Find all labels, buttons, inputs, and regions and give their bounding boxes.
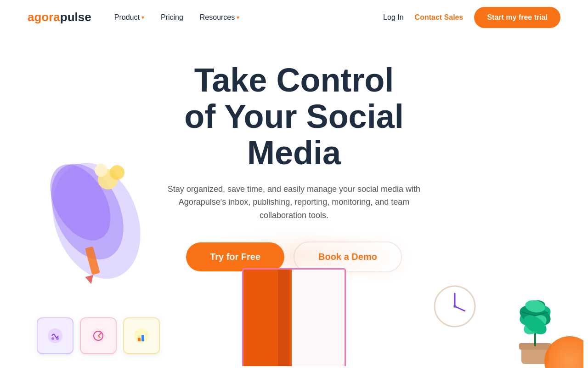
umbrella-decoration	[37, 138, 156, 287]
svg-point-5	[95, 164, 107, 177]
door-frame	[207, 265, 381, 368]
contact-sales-link[interactable]: Contact Sales	[415, 13, 464, 22]
svg-rect-16	[138, 338, 141, 341]
nav-pricing[interactable]: Pricing	[161, 13, 183, 22]
product-chevron-icon: ▾	[141, 14, 144, 21]
nav-resources[interactable]: Resources ▾	[200, 13, 239, 22]
orange-circle-deco	[533, 325, 583, 368]
mini-card-3	[123, 317, 160, 354]
mini-card-2	[80, 317, 117, 354]
svg-point-10	[56, 337, 59, 340]
logo-pulse: pulse	[60, 10, 91, 24]
svg-point-9	[51, 337, 54, 340]
svg-point-38	[544, 336, 583, 368]
clock	[432, 283, 478, 331]
start-trial-button[interactable]: Start my free trial	[474, 7, 560, 28]
navbar: agorapulse Product ▾ Pricing Resources ▾…	[0, 0, 588, 34]
hero-subtitle: Stay organized, save time, and easily ma…	[165, 183, 423, 222]
resources-chevron-icon: ▾	[237, 14, 239, 21]
logo[interactable]: agorapulse	[28, 10, 91, 24]
nav-right: Log In Contact Sales Start my free trial	[383, 7, 560, 28]
nav-links: Product ▾ Pricing Resources ▾	[114, 13, 383, 22]
hero-title: Take Control of Your Social Media	[133, 62, 455, 172]
mini-cards-row	[37, 317, 160, 354]
svg-rect-17	[141, 335, 144, 341]
svg-point-4	[110, 165, 124, 180]
svg-rect-21	[278, 270, 289, 366]
logo-agora: agora	[28, 10, 60, 24]
mini-card-1	[37, 317, 74, 354]
nav-product[interactable]: Product ▾	[114, 13, 144, 22]
svg-rect-22	[292, 270, 345, 366]
login-link[interactable]: Log In	[383, 13, 403, 22]
bottom-illustrations	[0, 267, 588, 368]
